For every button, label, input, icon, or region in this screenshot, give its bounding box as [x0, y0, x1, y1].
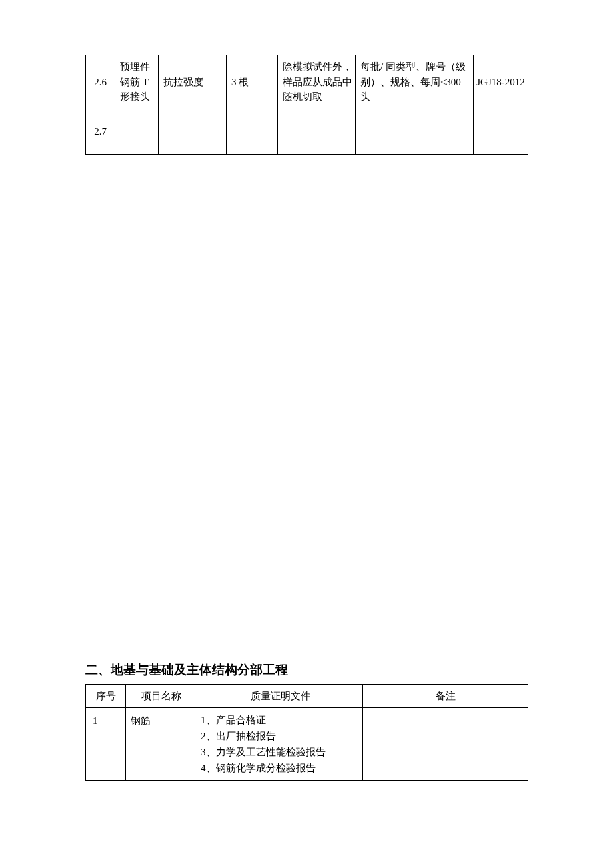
cell-note2: 每批/ 同类型、牌号（级别）、规格、每周≤300 头	[356, 55, 474, 109]
section-title: 二、地基与基础及主体结构分部工程	[85, 661, 528, 679]
table-row: 1 钢筋 1、产品合格证2、出厂抽检报告3、力学及工艺性能检验报告4、钢筋化学成…	[86, 708, 528, 781]
cell-num: 2.7	[86, 109, 115, 154]
cell-std: JGJ18-2012	[474, 55, 528, 109]
cell-qty	[227, 109, 278, 154]
table-2: 序号 项目名称 质量证明文件 备注 1 钢筋 1、产品合格证2、出厂抽检报告3、…	[85, 684, 528, 781]
cell-remark	[363, 708, 528, 781]
cell-name: 预埋件钢筋 T 形接头	[115, 55, 159, 109]
cell-note1: 除模拟试件外，样品应从成品中随机切取	[278, 55, 356, 109]
cell-param: 抗拉强度	[159, 55, 227, 109]
cell-doc: 1、产品合格证2、出厂抽检报告3、力学及工艺性能检验报告4、钢筋化学成分检验报告	[195, 708, 363, 781]
table-header-row: 序号 项目名称 质量证明文件 备注	[86, 684, 528, 708]
cell-num: 2.6	[86, 55, 115, 109]
cell-qty: 3 根	[227, 55, 278, 109]
cell-note1	[278, 109, 356, 154]
cell-param	[159, 109, 227, 154]
table-row: 2.6 预埋件钢筋 T 形接头 抗拉强度 3 根 除模拟试件外，样品应从成品中随…	[86, 55, 528, 109]
header-name: 项目名称	[126, 684, 195, 708]
header-doc: 质量证明文件	[195, 684, 363, 708]
cell-num: 1	[86, 708, 126, 781]
header-remark: 备注	[363, 684, 528, 708]
table-row: 2.7	[86, 109, 528, 154]
cell-std	[474, 109, 528, 154]
cell-name	[115, 109, 159, 154]
header-num: 序号	[86, 684, 126, 708]
cell-name: 钢筋	[126, 708, 195, 781]
cell-note2	[356, 109, 474, 154]
table-1: 2.6 预埋件钢筋 T 形接头 抗拉强度 3 根 除模拟试件外，样品应从成品中随…	[85, 55, 528, 155]
